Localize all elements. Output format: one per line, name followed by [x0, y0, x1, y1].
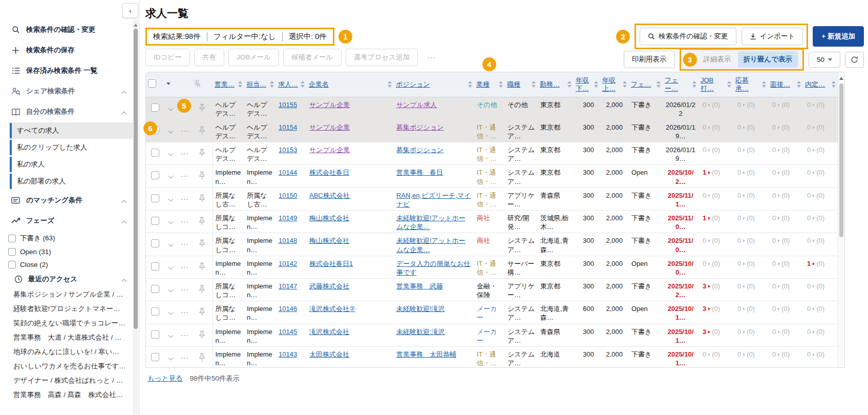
count-number[interactable]: 0: [807, 123, 811, 131]
column-header-job_type[interactable]: 職種: [505, 72, 538, 97]
row-menu-icon[interactable]: ⋯: [181, 195, 188, 203]
row-checkbox[interactable]: [151, 307, 159, 316]
recent-access-item[interactable]: おいしいワカメを売るお仕事です…: [0, 359, 139, 374]
count-number[interactable]: 0: [737, 101, 741, 109]
position-link[interactable]: 営業事務 春日: [396, 169, 443, 176]
scrollbar-thumb[interactable]: [839, 84, 843, 237]
company-link[interactable]: ABC株式会社: [309, 192, 350, 199]
count-number[interactable]: 0: [703, 192, 706, 199]
row-checkbox[interactable]: [151, 171, 159, 179]
job-id-link[interactable]: 10155: [279, 101, 297, 109]
count-number[interactable]: 0: [772, 101, 776, 109]
job-id-link[interactable]: 10142: [279, 260, 297, 267]
pin-icon[interactable]: [199, 217, 205, 225]
phase-filter-close[interactable]: Close (2): [0, 258, 139, 271]
job-id-link[interactable]: 10154: [279, 123, 297, 131]
phase-filter-open[interactable]: Open (31): [0, 245, 139, 258]
sort-icon[interactable]: [238, 81, 242, 88]
sidebar-item-phase[interactable]: フェーズ: [0, 211, 139, 231]
column-header-industry[interactable]: 業種: [474, 72, 505, 97]
sort-icon[interactable]: [727, 81, 731, 88]
count-number[interactable]: 0: [703, 350, 706, 358]
row-menu-icon[interactable]: ⋯: [181, 263, 188, 272]
position-link[interactable]: データ入力の簡単なお仕事です: [396, 260, 471, 276]
sort-icon[interactable]: [832, 81, 836, 88]
count-number[interactable]: 0: [737, 169, 741, 176]
count-number[interactable]: 3: [703, 305, 706, 313]
column-header-salary_max[interactable]: 年収上…: [600, 72, 629, 97]
chevron-down-icon[interactable]: [168, 196, 173, 201]
chevron-down-icon[interactable]: [168, 151, 173, 156]
chevron-up-icon[interactable]: [122, 276, 126, 283]
sidebar-item-saved-list[interactable]: 保存済み検索条件 一覧: [0, 60, 139, 81]
position-link[interactable]: 募集ポジション: [396, 123, 444, 131]
chevron-down-icon[interactable]: [168, 106, 173, 111]
checkbox-icon[interactable]: [8, 248, 16, 256]
row-checkbox[interactable]: [151, 353, 159, 361]
row-menu-icon[interactable]: ⋯: [181, 240, 188, 248]
pin-icon[interactable]: [199, 126, 205, 135]
chevron-down-icon[interactable]: [168, 219, 173, 224]
sort-icon[interactable]: [797, 81, 801, 88]
scroll-up-arrow-icon[interactable]: [134, 22, 138, 27]
sort-icon[interactable]: [499, 81, 503, 88]
pin-icon[interactable]: [199, 171, 205, 180]
share-button[interactable]: 共有: [194, 49, 224, 66]
row-menu-icon[interactable]: ⋯: [181, 308, 188, 317]
sort-icon[interactable]: [468, 81, 472, 88]
count-number[interactable]: 0: [703, 146, 706, 154]
position-link[interactable]: RAN,en,ビズリーチ,マイナビ: [396, 192, 471, 208]
count-number[interactable]: 3: [703, 282, 706, 290]
position-link[interactable]: 未経験歓迎!滝沢: [396, 305, 445, 313]
position-link[interactable]: 営業事務 武藤: [396, 282, 443, 290]
column-header-company[interactable]: 企業名: [307, 72, 394, 97]
recent-access-item[interactable]: 地球のみんなに涼しいを! / 寒い…: [0, 345, 139, 359]
count-number[interactable]: 0: [737, 260, 741, 267]
company-link[interactable]: 梅山株式会社: [309, 214, 349, 222]
sidebar-item-save-conditions[interactable]: 検索条件の保存: [0, 40, 139, 60]
column-header-position[interactable]: ポジション: [394, 72, 474, 97]
count-number[interactable]: 0: [807, 328, 811, 336]
id-copy-button[interactable]: IDコピー: [145, 49, 190, 66]
selection-process-button[interactable]: 選考プロセス追加: [346, 49, 418, 66]
row-menu-icon[interactable]: ⋯: [181, 217, 188, 226]
company-link[interactable]: サンプル企業: [309, 146, 350, 154]
sidebar-item-share-conditions[interactable]: シェア検索条件: [0, 81, 139, 101]
table-scrollbar[interactable]: [838, 72, 844, 367]
count-number[interactable]: 0: [772, 260, 776, 267]
count-number[interactable]: 1: [807, 260, 811, 267]
count-number[interactable]: 0: [807, 214, 811, 222]
count-number[interactable]: 0: [737, 328, 741, 336]
checkbox-icon[interactable]: [8, 235, 16, 242]
row-checkbox[interactable]: [151, 285, 159, 293]
job-id-link[interactable]: 10146: [279, 305, 297, 313]
chevron-down-icon[interactable]: [168, 333, 173, 338]
count-number[interactable]: 0: [737, 146, 741, 154]
count-number[interactable]: 0: [737, 123, 741, 131]
count-number[interactable]: 3: [703, 328, 706, 336]
chevron-up-icon[interactable]: [122, 217, 126, 225]
row-checkbox[interactable]: [151, 239, 159, 247]
pin-off-icon[interactable]: [194, 79, 201, 88]
sidebar-item-my-conditions[interactable]: 自分の検索条件: [0, 101, 139, 122]
company-link[interactable]: 滝沢株式会社②: [309, 305, 355, 313]
position-link[interactable]: 未経験歓迎:滝沢: [396, 328, 445, 336]
collapsed-view-toggle[interactable]: 折り畳んで表示: [738, 51, 798, 68]
sidebar-collapse-button[interactable]: ‹: [122, 3, 138, 18]
count-number[interactable]: 0: [807, 192, 811, 199]
sidebar-item-search-conditions[interactable]: 検索条件の確認・変更: [0, 19, 139, 40]
sort-icon[interactable]: [657, 81, 661, 88]
pin-icon[interactable]: [199, 149, 205, 157]
position-link[interactable]: 募集ポジション: [396, 146, 444, 154]
sort-icon[interactable]: [623, 81, 627, 88]
count-number[interactable]: 0: [772, 350, 776, 358]
count-number[interactable]: 0: [737, 350, 741, 358]
count-number[interactable]: 1: [703, 214, 706, 222]
column-header-offer[interactable]: 内定…: [803, 72, 838, 97]
row-checkbox[interactable]: [151, 262, 159, 271]
row-checkbox[interactable]: [151, 217, 159, 225]
print-view-button[interactable]: 印刷用表示: [624, 51, 675, 68]
count-number[interactable]: 0: [807, 169, 811, 176]
column-header-owner[interactable]: 担当…: [244, 72, 276, 97]
position-link[interactable]: 未経験歓迎!アットホームな企業…: [396, 214, 465, 231]
